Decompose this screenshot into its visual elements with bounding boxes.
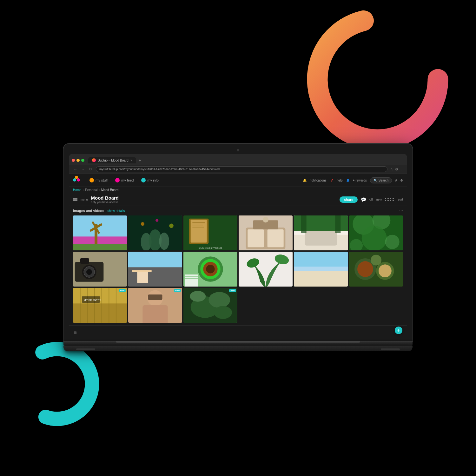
view-toggle[interactable] xyxy=(385,198,394,201)
svg-point-56 xyxy=(206,265,215,273)
svg-rect-58 xyxy=(185,276,198,277)
new-tab-button[interactable]: + xyxy=(139,158,141,163)
section-options-icon[interactable]: ⋯ xyxy=(399,208,403,213)
grid-cell-9[interactable] xyxy=(183,252,237,287)
window-controls xyxy=(72,159,84,162)
show-details-link[interactable]: show details xyxy=(107,209,125,213)
svg-point-89 xyxy=(190,291,206,302)
address-input[interactable]: mystuff.bublup.com/mybublup/#/mystuff/00… xyxy=(96,166,387,172)
svg-rect-33 xyxy=(335,215,340,233)
svg-point-68 xyxy=(357,261,373,277)
address-bar: ← → ↻ mystuff.bublup.com/mybublup/#/myst… xyxy=(69,165,407,174)
grid-cell-1[interactable] xyxy=(73,215,127,250)
app-nav: my stuff my feed my info 🔔 notifications xyxy=(69,174,407,187)
settings-icon[interactable]: ⚙ xyxy=(400,179,403,182)
notifications-icon[interactable]: 🔔 xyxy=(303,179,307,182)
svg-rect-20 xyxy=(192,225,203,225)
breadcrumb-sep1: › xyxy=(83,188,84,192)
minimize-dot[interactable] xyxy=(76,159,80,162)
browser-tab-active[interactable]: Bublup – Mood Board × xyxy=(88,157,136,163)
grid-cell-8[interactable] xyxy=(128,252,182,287)
grid-cell-2[interactable] xyxy=(128,215,182,250)
forward-button[interactable]: → xyxy=(80,166,86,172)
svg-rect-45 xyxy=(80,258,89,264)
grid-cell-4[interactable] xyxy=(239,215,293,250)
new-badge-15: new xyxy=(229,289,236,292)
new-label[interactable]: new xyxy=(376,198,382,201)
svg-point-38 xyxy=(385,235,399,249)
svg-point-90 xyxy=(214,306,232,319)
svg-point-44 xyxy=(86,269,92,275)
laptop-screen-bezel: Bublup – Mood Board × + ← → ↻ mystuff.bu… xyxy=(63,144,413,341)
maximize-dot[interactable] xyxy=(81,159,84,162)
grid-cell-7[interactable] xyxy=(73,252,127,287)
nav-links: my stuff my feed my info xyxy=(86,177,303,184)
nav-buttons: ← → ↻ xyxy=(72,166,93,172)
breadcrumb-personal[interactable]: Personal xyxy=(85,188,97,192)
grid-cell-13[interactable]: #FREE ENTRY new xyxy=(73,288,127,323)
svg-rect-31 xyxy=(305,231,337,245)
off-label[interactable]: off xyxy=(369,198,373,201)
sort-label[interactable]: sort xyxy=(398,198,403,201)
grid-cell-11[interactable] xyxy=(294,252,348,287)
laptop-foot-left xyxy=(76,348,95,350)
svg-rect-24 xyxy=(248,229,264,248)
nav-my-feed[interactable]: my feed xyxy=(111,177,137,184)
svg-point-27 xyxy=(263,217,268,222)
nav-my-feed-label: my feed xyxy=(121,178,134,182)
comments-icon[interactable]: 💬 xyxy=(361,197,366,202)
search-placeholder: Search xyxy=(379,179,389,182)
extensions-icon[interactable]: ⚙ xyxy=(395,167,398,171)
bookmark-icon[interactable]: ☆ xyxy=(390,167,393,171)
new-badge-13: new xyxy=(119,289,126,292)
notifications-label: notifications xyxy=(310,179,327,182)
svg-rect-4 xyxy=(73,244,127,250)
nav-my-info[interactable]: my info xyxy=(137,177,162,184)
browser-window: Bublup – Mood Board × + ← → ↻ mystuff.bu… xyxy=(69,154,407,338)
grid-cell-12[interactable] xyxy=(349,252,403,287)
grid-cell-10[interactable] xyxy=(239,252,293,287)
svg-rect-32 xyxy=(301,215,307,233)
rewards-icon[interactable]: 👤 xyxy=(346,179,350,182)
svg-point-70 xyxy=(379,264,392,277)
svg-rect-59 xyxy=(185,278,198,279)
fab-button[interactable]: + xyxy=(395,327,402,334)
svg-rect-65 xyxy=(294,267,348,271)
svg-point-12 xyxy=(159,233,169,250)
svg-rect-19 xyxy=(192,222,205,223)
grid-cell-5[interactable] xyxy=(294,215,348,250)
back-button[interactable]: ← xyxy=(72,166,79,172)
trash-icon[interactable]: 🗑 xyxy=(74,330,77,335)
close-dot[interactable] xyxy=(72,159,75,162)
svg-point-0 xyxy=(317,19,438,140)
help-icon[interactable]: ❓ xyxy=(330,179,334,182)
grid-cell-15[interactable]: new xyxy=(183,288,237,323)
menu-label: menu xyxy=(81,198,88,201)
nav-my-stuff[interactable]: my stuff xyxy=(86,177,111,184)
tab-close-button[interactable]: × xyxy=(130,159,132,162)
svg-point-37 xyxy=(362,226,387,250)
hash-icon[interactable]: # xyxy=(395,179,397,182)
menu-icon[interactable] xyxy=(73,198,77,201)
svg-text:#FREE ENTRY: #FREE ENTRY xyxy=(84,299,101,301)
breadcrumb-home[interactable]: Home xyxy=(73,188,82,192)
svg-rect-84 xyxy=(142,305,168,323)
page-header: menu Mood Board only you have access sha… xyxy=(69,193,407,206)
svg-rect-50 xyxy=(132,270,151,272)
svg-rect-85 xyxy=(148,294,162,300)
menu-dots-icon[interactable]: ⋮ xyxy=(400,167,404,171)
page-title: Mood Board xyxy=(91,195,119,201)
svg-rect-64 xyxy=(294,269,348,287)
grid-cell-14[interactable]: new xyxy=(128,288,182,323)
help-label: help xyxy=(337,179,343,182)
image-grid: shutterstock 277378121 xyxy=(73,215,403,323)
my-info-icon xyxy=(141,178,146,182)
share-button[interactable]: share xyxy=(340,196,358,203)
search-box[interactable]: 🔍 Search xyxy=(370,177,392,183)
grid-cell-3[interactable]: shutterstock 277378121 xyxy=(183,215,237,250)
nav-right: 🔔 notifications ❓ help 👤 + rewards 🔍 Sea… xyxy=(303,177,403,183)
laptop-hinge xyxy=(116,341,360,343)
grid-cell-6[interactable] xyxy=(349,215,403,250)
laptop: Bublup – Mood Board × + ← → ↻ mystuff.bu… xyxy=(63,144,413,351)
refresh-button[interactable]: ↻ xyxy=(88,166,93,172)
